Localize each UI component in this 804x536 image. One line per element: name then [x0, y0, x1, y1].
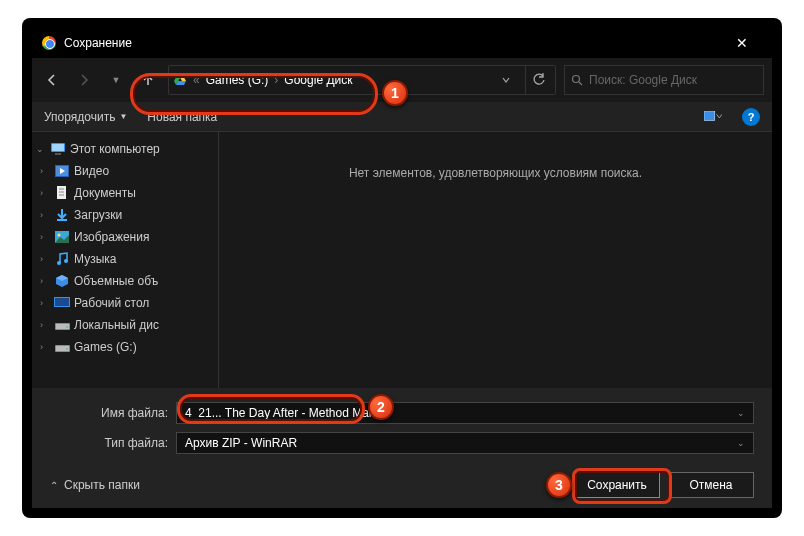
- new-folder-button[interactable]: Новая папка: [147, 110, 217, 124]
- chevron-right-icon: ›: [40, 298, 50, 308]
- back-button[interactable]: [40, 68, 64, 92]
- filename-label: Имя файла:: [50, 406, 176, 420]
- computer-icon: [50, 141, 66, 157]
- search-icon: [571, 74, 583, 86]
- annotation-marker-3: 3: [546, 472, 572, 498]
- sidebar-item-games-drive[interactable]: › Games (G:): [32, 336, 218, 358]
- breadcrumb-dropdown[interactable]: [493, 65, 519, 95]
- chevron-right-icon: ›: [274, 73, 278, 87]
- chevron-right-icon: ›: [40, 166, 50, 176]
- sidebar-item-3dobjects[interactable]: › Объемные объ: [32, 270, 218, 292]
- video-icon: [54, 163, 70, 179]
- chevron-up-icon: ⌃: [50, 480, 58, 491]
- svg-rect-4: [52, 144, 64, 151]
- sidebar: ⌄ Этот компьютер › Видео › Документы: [32, 132, 218, 388]
- filetype-select[interactable]: Архив ZIP - WinRAR ⌄: [176, 432, 754, 454]
- chrome-icon: [42, 36, 56, 50]
- save-button[interactable]: Сохранить: [574, 472, 660, 498]
- chevron-right-icon: ›: [40, 210, 50, 220]
- svg-point-21: [66, 326, 68, 328]
- breadcrumb[interactable]: « Games (G:) › Google Диск: [168, 65, 556, 95]
- svg-point-24: [66, 348, 68, 350]
- pictures-icon: [54, 229, 70, 245]
- gdrive-icon: [173, 73, 187, 87]
- annotation-marker-1: 1: [382, 80, 408, 106]
- hide-folders-toggle[interactable]: ⌃ Скрыть папки: [50, 478, 140, 492]
- titlebar: Сохранение ✕: [32, 28, 772, 58]
- up-button[interactable]: [136, 68, 160, 92]
- content-area: ⌄ Этот компьютер › Видео › Документы: [32, 132, 772, 388]
- svg-point-14: [58, 234, 61, 237]
- chevron-right-icon: ›: [40, 276, 50, 286]
- bottom-panel: Имя файла: 4_21... The Day After - Metho…: [32, 388, 772, 508]
- svg-rect-5: [55, 153, 61, 155]
- file-list-area: Нет элементов, удовлетворяющих условиям …: [218, 132, 772, 388]
- toolbar: Упорядочить ▼ Новая папка ?: [32, 102, 772, 132]
- breadcrumb-seg-2[interactable]: Google Диск: [284, 73, 352, 87]
- organize-menu[interactable]: Упорядочить ▼: [44, 110, 127, 124]
- documents-icon: [54, 185, 70, 201]
- cancel-button[interactable]: Отмена: [668, 472, 754, 498]
- refresh-button[interactable]: [525, 65, 551, 95]
- svg-point-15: [57, 261, 61, 265]
- chevron-right-icon: ›: [40, 188, 50, 198]
- chevron-down-icon: ⌄: [36, 144, 46, 154]
- close-button[interactable]: ✕: [722, 35, 762, 51]
- sidebar-item-music[interactable]: › Музыка: [32, 248, 218, 270]
- sidebar-item-desktop[interactable]: › Рабочий стол: [32, 292, 218, 314]
- chevron-down-icon: ⌄: [737, 408, 745, 418]
- filetype-label: Тип файла:: [50, 436, 176, 450]
- breadcrumb-prefix: «: [193, 73, 200, 87]
- drive-icon: [54, 339, 70, 355]
- drive-icon: [54, 317, 70, 333]
- view-menu[interactable]: [704, 110, 722, 124]
- svg-rect-18: [55, 298, 69, 306]
- empty-message: Нет элементов, удовлетворяющих условиям …: [219, 166, 772, 180]
- sidebar-item-downloads[interactable]: › Загрузки: [32, 204, 218, 226]
- chevron-right-icon: ›: [40, 232, 50, 242]
- chevron-right-icon: ›: [40, 342, 50, 352]
- sidebar-root-computer[interactable]: ⌄ Этот компьютер: [32, 138, 218, 160]
- filename-input[interactable]: 4_21... The Day After - Method Man ⌄: [176, 402, 754, 424]
- chevron-right-icon: ›: [40, 254, 50, 264]
- sidebar-item-documents[interactable]: › Документы: [32, 182, 218, 204]
- chevron-right-icon: ›: [40, 320, 50, 330]
- music-icon: [54, 251, 70, 267]
- chevron-down-icon: ▼: [119, 112, 127, 121]
- svg-line-1: [579, 82, 582, 85]
- search-input[interactable]: Поиск: Google Диск: [564, 65, 764, 95]
- downloads-icon: [54, 207, 70, 223]
- forward-button[interactable]: [72, 68, 96, 92]
- chevron-down-icon: ⌄: [737, 438, 745, 448]
- help-button[interactable]: ?: [742, 108, 760, 126]
- svg-point-16: [64, 259, 68, 263]
- desktop-icon: [54, 295, 70, 311]
- window-title: Сохранение: [64, 36, 722, 50]
- cube-icon: [54, 273, 70, 289]
- annotation-marker-2: 2: [368, 394, 394, 420]
- sidebar-item-pictures[interactable]: › Изображения: [32, 226, 218, 248]
- search-placeholder: Поиск: Google Диск: [589, 73, 697, 87]
- breadcrumb-seg-1[interactable]: Games (G:): [206, 73, 269, 87]
- sidebar-item-localdisk[interactable]: › Локальный дис: [32, 314, 218, 336]
- sidebar-item-video[interactable]: › Видео: [32, 160, 218, 182]
- svg-point-0: [573, 76, 580, 83]
- recent-dropdown[interactable]: ▼: [104, 68, 128, 92]
- svg-rect-2: [704, 111, 715, 120]
